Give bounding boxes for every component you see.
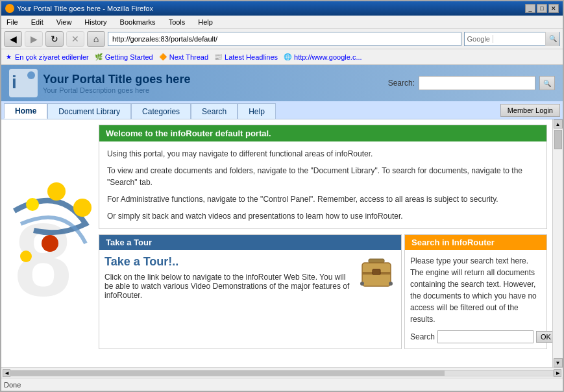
menu-history[interactable]: History [82, 18, 109, 27]
google-label: Google [465, 35, 493, 43]
bookmark-next-thread[interactable]: 🔶 Next Thread [158, 53, 208, 62]
main-content: 8 Welcome to the infoRouter default port… [1, 119, 563, 367]
home-button[interactable]: ⌂ [87, 31, 105, 47]
bookmark-getting-started[interactable]: 🌿 Getting Started [94, 53, 153, 62]
title-bar: Your Portal Title goes here - Mozilla Fi… [1, 1, 563, 16]
svg-rect-12 [373, 269, 380, 275]
forward-button[interactable]: ▶ [25, 31, 43, 47]
scroll-right-arrow[interactable]: ▶ [554, 369, 561, 377]
stop-button[interactable]: ✕ [66, 31, 84, 47]
welcome-para-1: Using this portal, you may navigate to d… [107, 148, 539, 160]
tour-title[interactable]: Take a Tour!.. [104, 255, 352, 269]
tab-home[interactable]: Home [4, 103, 47, 119]
welcome-header: Welcome to the infoRouter default portal… [99, 125, 546, 141]
welcome-body: Using this portal, you may navigate to d… [99, 141, 546, 228]
bottom-boxes: Take a Tour Take a Tour!.. Click on the … [99, 234, 547, 349]
portal-search-input[interactable] [419, 76, 535, 90]
maximize-button[interactable]: □ [537, 4, 547, 13]
svg-rect-9 [369, 259, 384, 263]
tab-document-library[interactable]: Document Library [47, 103, 131, 119]
bookmark-google-label: http://www.google.c... [294, 53, 362, 61]
svg-point-2 [27, 71, 35, 79]
welcome-para-2: To view and create documents and folders… [107, 165, 539, 188]
leaf-icon: 🌿 [94, 53, 103, 62]
menu-edit[interactable]: Edit [29, 18, 46, 27]
h-scroll-thumb[interactable] [11, 371, 445, 376]
google-search-button[interactable]: 🔍 [545, 32, 559, 46]
tour-box: Take a Tour Take a Tour!.. Click on the … [99, 234, 402, 349]
portal-description: Your Portal Description goes here [43, 86, 190, 94]
right-panel[interactable]: Welcome to the infoRouter default portal… [99, 119, 552, 367]
menu-help[interactable]: Help [195, 18, 215, 27]
status-text: Done [4, 381, 21, 389]
svg-point-7 [42, 235, 58, 252]
star-icon: ★ [4, 53, 13, 62]
portal-search-block: Search: 🔍 [388, 76, 555, 90]
svg-text:i: i [12, 72, 17, 92]
news-icon: 📰 [214, 53, 223, 62]
bookmarks-bar: ★ En çok ziyaret edilenler 🌿 Getting Sta… [1, 49, 563, 65]
address-input[interactable] [108, 32, 461, 46]
portal-nav: Home Document Library Categories Search … [1, 101, 563, 119]
browser-window: Your Portal Title goes here - Mozilla Fi… [0, 0, 564, 392]
portal-title-block: Your Portal Title goes here Your Portal … [43, 73, 190, 94]
bookmark-visited-label: En çok ziyaret edilenler [15, 53, 89, 61]
globe-icon: 🌐 [283, 53, 292, 62]
left-panel: 8 [1, 119, 99, 367]
tab-search[interactable]: Search [191, 103, 238, 119]
bookmark-getting-started-label: Getting Started [105, 53, 153, 61]
google-search-box: Google 🔍 [464, 32, 560, 46]
scrollbar[interactable]: ▲ ▼ [552, 119, 563, 367]
svg-point-6 [26, 198, 39, 211]
svg-point-13 [360, 282, 364, 286]
close-button[interactable]: ✕ [548, 4, 559, 13]
portal-search-button[interactable]: 🔍 [539, 76, 555, 90]
address-bar [108, 32, 461, 46]
svg-point-4 [47, 182, 66, 201]
inforouter-logo-graphic: 8 [8, 172, 92, 315]
portal-search-label: Search: [388, 79, 415, 88]
scroll-thumb[interactable] [554, 130, 562, 149]
search-row-label: Search [410, 331, 435, 343]
h-scroll-track [10, 370, 554, 376]
menu-bookmarks[interactable]: Bookmarks [117, 18, 158, 27]
scroll-left-arrow[interactable]: ◀ [3, 369, 10, 377]
status-bar: Done [1, 378, 563, 391]
welcome-para-4: Or simply sit back and watch videos and … [107, 210, 539, 222]
menu-file[interactable]: File [4, 18, 21, 27]
portal-area: i Your Portal Title goes here Your Porta… [1, 65, 563, 367]
bookmark-latest-headlines[interactable]: 📰 Latest Headlines [214, 53, 278, 62]
horizontal-scrollbar[interactable]: ◀ ▶ [1, 367, 563, 378]
bookmark-google[interactable]: 🌐 http://www.google.c... [283, 53, 362, 62]
svg-point-5 [73, 199, 92, 217]
menu-view[interactable]: View [54, 18, 75, 27]
toolbar: ◀ ▶ ↻ ✕ ⌂ Google 🔍 [1, 29, 563, 49]
welcome-para-3: For Administrative functions, navigate t… [107, 193, 539, 205]
window-title: Your Portal Title goes here - Mozilla Fi… [17, 5, 153, 12]
back-button[interactable]: ◀ [4, 31, 22, 47]
portal-title: Your Portal Title goes here [43, 73, 190, 86]
search-inforouter-input[interactable] [437, 330, 533, 343]
tab-categories[interactable]: Categories [131, 103, 191, 119]
member-login-button[interactable]: Member Login [500, 104, 560, 117]
search-inforouter-box: Search in InfoRouter Please type your se… [404, 234, 547, 349]
thread-icon: 🔶 [158, 53, 167, 62]
tab-help[interactable]: Help [238, 103, 276, 119]
portal-header: i Your Portal Title goes here Your Porta… [1, 65, 563, 101]
menu-tools[interactable]: Tools [166, 18, 188, 27]
search-inforouter-body: Please type your search text here. The e… [405, 250, 546, 349]
portal-logo-svg: i [9, 69, 38, 97]
bookmark-visited[interactable]: ★ En çok ziyaret edilenler [4, 53, 89, 62]
google-search-input[interactable] [493, 32, 545, 45]
search-inforouter-ok-button[interactable]: OK [536, 331, 552, 343]
scroll-up-arrow[interactable]: ▲ [554, 119, 563, 129]
tour-description: Click on the link below to navigate to t… [104, 273, 352, 300]
nav-tabs: Home Document Library Categories Search … [4, 101, 276, 119]
tour-body: Take a Tour!.. Click on the link below t… [99, 250, 401, 305]
tour-header: Take a Tour [99, 235, 401, 250]
reload-button[interactable]: ↻ [45, 31, 64, 47]
minimize-button[interactable]: _ [525, 4, 535, 13]
svg-point-14 [389, 282, 393, 286]
portal-logo: i Your Portal Title goes here Your Porta… [9, 69, 190, 97]
scroll-down-arrow[interactable]: ▼ [554, 358, 563, 367]
